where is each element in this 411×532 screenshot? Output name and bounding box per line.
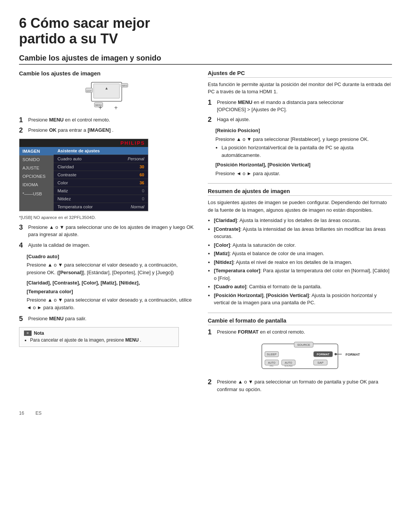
formato-step2-row: 2 Presione ▲ o ▼ para seleccionar un for… — [208, 378, 392, 393]
ajustes-pc-step2-num: 2 — [208, 116, 215, 124]
svg-text:FORMAT: FORMAT — [346, 353, 360, 356]
cuadro-auto-section: [Cuadro auto] Presione ▲ o ▼ para selecc… — [27, 253, 194, 276]
ajustes-pc-step-1: 1 Presione MENU en el mando a distancia … — [208, 99, 392, 113]
formato-section: Cambie el formato de pantalla 1 Presione… — [208, 318, 392, 393]
divider-2 — [208, 313, 392, 313]
svg-text:FORMAT: FORMAT — [317, 353, 330, 356]
formato-step2-num: 2 — [208, 378, 215, 387]
chapter-title-line2: partido a su TV — [19, 31, 118, 46]
menu-row-claridad: Claridad 30 — [54, 163, 148, 171]
two-column-layout: Cambie los ajustes de imagen EXIT MENU ▲ — [19, 70, 392, 399]
sidebar-item-opciones[interactable]: OPCIONES — [19, 172, 54, 181]
sidebar-item-sonido[interactable]: SONIDO — [19, 155, 54, 164]
svg-text:SOURCE: SOURCE — [297, 343, 310, 347]
sidebar-item-imagen[interactable]: IMAGEN — [19, 147, 54, 155]
menu-row-temp: Temperatura color Normal — [54, 203, 148, 211]
row-nitidez-value: 0 — [142, 197, 144, 201]
note-end: . — [140, 337, 141, 343]
sidebar-item-ajuste[interactable]: AJUSTE — [19, 164, 54, 172]
step2-bracket: [IMAGEN] — [88, 127, 111, 133]
resumen-bullet-4: [Nitidez]: Ajusta el nivel de realce en … — [214, 259, 392, 266]
svg-text:+: + — [99, 104, 102, 111]
menu-row-matiz: Matiz 0 — [54, 187, 148, 195]
left-subsection-heading: Cambie los ajustes de imagen — [19, 70, 194, 77]
row-matiz-label: Matiz — [57, 189, 68, 193]
row-color-value: 36 — [140, 181, 144, 185]
chapter-heading: 6 Cómo sacar mejor partido a su TV — [19, 15, 392, 47]
resumen-bullet-6: [Cuadro auto]: Cambia el formato de la p… — [214, 283, 392, 291]
row-asistente-label: Asistente de ajustes — [57, 149, 100, 153]
row-cuadro-value: Personal — [128, 157, 144, 161]
sidebar-item-idioma[interactable]: IDIOMA — [19, 181, 54, 189]
chapter-title: 6 Cómo sacar mejor partido a su TV — [19, 15, 392, 47]
row-nitidez-label: Nitidez — [57, 197, 71, 201]
formato-step-2: 2 Presione ▲ o ▼ para seleccionar un for… — [208, 378, 392, 393]
claridad-desc: Presione ▲ o ▼ para seleccionar el valor… — [27, 296, 194, 311]
step-4-content: Ajuste la calidad de imagen. — [28, 241, 194, 249]
step2-period: . — [112, 127, 113, 133]
reinicio-bullet-1: La posición horizontal/vertical de la pa… — [221, 144, 392, 159]
step5-text: Presione — [28, 316, 49, 321]
page-footer: 16 ES — [19, 411, 392, 416]
temp-color-label: [Temperatura color] — [27, 288, 194, 296]
menu-screenshot: PHILIPS IMAGEN SONIDO AJUSTE OPCIONES ID… — [19, 139, 148, 211]
section-heading: Cambie los ajustes de imagen y sonido — [19, 54, 392, 65]
posicion-label: [Posición Horizontal], [Posición Vertica… — [215, 161, 392, 169]
step-row-4: 4 Ajuste la calidad de imagen. — [19, 241, 194, 250]
usb-note: *[USB] NO aparece en el 32PFL3504D. — [19, 215, 194, 220]
formato-heading: Cambie el formato de pantalla — [208, 318, 392, 325]
cuadro-auto-desc: Presione ▲ o ▼ para seleccionar el valor… — [27, 261, 194, 276]
row-cuadro-label: Cuadro auto — [57, 157, 81, 161]
step-3-row: 3 Presione ▲ o ▼ para seleccionar uno de… — [19, 224, 194, 238]
step-1-number: 1 — [19, 116, 26, 125]
formato-step2-content: Presione ▲ o ▼ para seleccionar un forma… — [217, 378, 392, 393]
step2-rest: para entrar a — [58, 127, 86, 133]
reinicio-label: [Reinicio Posicion] — [215, 127, 392, 134]
step1-bold: MENU — [49, 117, 64, 123]
resumen-section: Resumen de ajustes de imagen Los siguien… — [208, 188, 392, 307]
note-icon: ≡ — [24, 331, 32, 336]
left-column: Cambie los ajustes de imagen EXIT MENU ▲ — [19, 70, 194, 399]
row-contraste-value: 60 — [140, 173, 144, 177]
resumen-bullet-1: [Contraste]: Ajusta la intensidad de las… — [214, 225, 392, 240]
note-label: Nota — [34, 331, 44, 336]
step-3-content: Presione ▲ o ▼ para seleccionar uno de l… — [28, 224, 194, 238]
formato-step-1: 1 Presione FORMAT en el control remoto. — [208, 328, 392, 337]
svg-text:EXIT: EXIT — [86, 90, 92, 92]
svg-text:INFO: INFO — [122, 85, 127, 87]
steps-numbered-1-2: 1 Presione MENU en el control remoto. 2 … — [19, 116, 194, 135]
menu-body: IMAGEN SONIDO AJUSTE OPCIONES IDIOMA *——… — [19, 147, 148, 211]
step-row-5: 5 Presione MENU para salir. — [19, 315, 194, 323]
usb-asterisk: *—— — [22, 192, 33, 196]
svg-point-20 — [335, 353, 337, 355]
step-row-1: 1 Presione MENU en el control remoto. — [19, 116, 194, 125]
menu-row-nitidez: Nitidez 0 — [54, 195, 148, 203]
resumen-heading: Resumen de ajustes de imagen — [208, 188, 392, 196]
step-3-number: 3 — [19, 224, 26, 232]
ajustes-pc-heading: Ajustes de PC — [208, 70, 392, 78]
step-2-number: 2 — [19, 126, 26, 135]
step-2-content: Presione OK para entrar a [IMAGEN] . — [28, 126, 194, 134]
step1-rest: en el control remoto. — [65, 117, 110, 123]
formato-step1-num: 1 — [208, 328, 215, 337]
resumen-bullet-0: [Claridad]: Ajusta la intensidad y los d… — [214, 217, 392, 224]
chapter-number: 6 — [19, 15, 27, 31]
menu-content: Asistente de ajustes Cuadro auto Persona… — [54, 147, 148, 211]
step-5-row: 5 Presione MENU para salir. — [19, 315, 194, 323]
note-item-1: Para cancelar el ajuste de la imagen, pr… — [30, 337, 174, 343]
row-contraste-label: Contraste — [57, 173, 76, 177]
menu-row-asistente: Asistente de ajustes — [54, 147, 148, 155]
ajustes-pc-step1-content: Presione MENU en el mando a distancia pa… — [217, 99, 392, 113]
resumen-bullet-5: [Temperatura color]: Para ajustar la tem… — [214, 267, 392, 282]
note-bold: MENU — [125, 337, 139, 343]
resumen-bullet-2: [Color]: Ajusta la saturación de color. — [214, 241, 392, 249]
step-4-row: 4 Ajuste la calidad de imagen. — [19, 241, 194, 250]
svg-text:SAP: SAP — [317, 361, 323, 364]
step2-text: Presione — [28, 127, 48, 133]
step-row-3: 3 Presione ▲ o ▼ para seleccionar uno de… — [19, 224, 194, 238]
reinicio-desc: Presione ▲ o ▼ para seleccionar [Restabl… — [215, 136, 392, 143]
resumen-bullet-7: [Posición Horizontal], [Posición Vertica… — [214, 292, 392, 307]
sidebar-item-usb[interactable]: *——USB — [19, 190, 54, 198]
step1-text: Presione — [28, 117, 48, 123]
steps-1-2: 1 Presione MENU en el control remoto. 2 … — [19, 116, 194, 135]
